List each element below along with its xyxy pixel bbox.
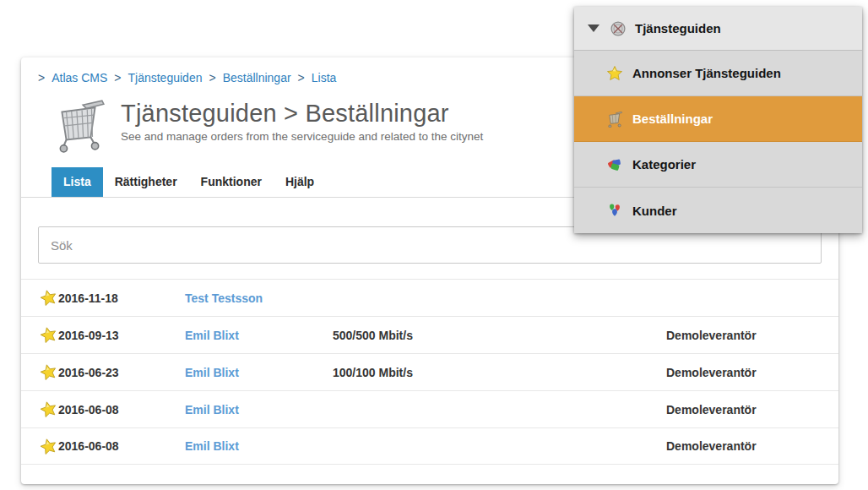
customer-link[interactable]: Test Testsson — [185, 291, 263, 305]
nav-item-annonser-tjansteguiden[interactable]: Annonser Tjänsteguiden — [574, 51, 862, 96]
page-title: Tjänsteguiden > Beställningar — [121, 100, 483, 128]
shopping-cart-icon — [52, 95, 107, 155]
customer-link[interactable]: Emil Blixt — [185, 439, 239, 453]
order-provider: Demoleverantör — [666, 366, 838, 379]
chevron-down-icon[interactable] — [588, 24, 599, 32]
order-provider: Demoleverantör — [666, 403, 838, 416]
order-speed: 100/100 Mbit/s — [333, 366, 666, 379]
nav-item-bestallningar[interactable]: Beställningar — [574, 96, 862, 142]
nav-item-kategorier[interactable]: Kategorier — [574, 142, 862, 188]
favorite-star-icon[interactable] — [21, 326, 58, 344]
cart-icon — [606, 111, 623, 128]
order-speed: 500/500 Mbit/s — [333, 329, 666, 342]
star-icon — [606, 65, 623, 82]
breadcrumb-link-bestallningar[interactable]: Beställningar — [223, 71, 291, 84]
breadcrumb-link-atlas-cms[interactable]: Atlas CMS — [52, 71, 107, 84]
customer-link[interactable]: Emil Blixt — [185, 366, 239, 379]
page-subtitle: See and manage orders from the servicegu… — [121, 130, 483, 143]
nav-item-label: Beställningar — [632, 112, 713, 126]
nav-item-label: Annonser Tjänsteguiden — [632, 66, 781, 80]
nav-dropdown-header[interactable]: Tjänsteguiden — [574, 7, 862, 51]
nav-item-kunder[interactable]: Kunder — [574, 188, 862, 233]
page: > Atlas CMS > Tjänsteguiden > Beställnin… — [0, 0, 868, 490]
favorite-star-icon[interactable] — [21, 438, 58, 455]
table-row[interactable]: 2016-09-13 Emil Blixt 500/500 Mbit/s Dem… — [21, 316, 838, 353]
customer-link[interactable]: Emil Blixt — [185, 403, 239, 416]
tab-lista[interactable]: Lista — [52, 167, 103, 197]
page-titles: Tjänsteguiden > Beställningar See and ma… — [121, 95, 483, 143]
table-row[interactable]: 2016-11-18 Test Testsson — [21, 279, 838, 316]
breadcrumb-separator: > — [209, 71, 215, 84]
pins-icon — [606, 202, 623, 219]
table-row[interactable]: 2016-06-23 Emil Blixt 100/100 Mbit/s Dem… — [21, 353, 838, 390]
order-date: 2016-06-23 — [58, 366, 185, 379]
nav-section-label: Tjänsteguiden — [635, 21, 721, 35]
tab-hjalp[interactable]: Hjälp — [274, 167, 326, 197]
order-date: 2016-06-08 — [58, 403, 185, 416]
tab-funktioner[interactable]: Funktioner — [189, 167, 274, 197]
breadcrumb-link-lista[interactable]: Lista — [312, 71, 337, 84]
order-date: 2016-09-13 — [58, 329, 185, 342]
breadcrumb-leading-chevron: > — [38, 71, 45, 84]
table-row[interactable]: 2016-06-08 Emil Blixt Demoleverantör — [21, 427, 838, 465]
order-provider: Demoleverantör — [666, 329, 838, 342]
order-provider: Demoleverantör — [666, 439, 838, 453]
tab-rattigheter[interactable]: Rättigheter — [103, 167, 189, 197]
breadcrumb-separator: > — [298, 71, 305, 84]
table-row[interactable]: 2016-06-08 Emil Blixt Demoleverantör — [21, 390, 838, 427]
nav-item-label: Kategorier — [632, 157, 696, 172]
globe-icon — [610, 20, 627, 37]
favorite-star-icon[interactable] — [21, 400, 58, 418]
nav-item-label: Kunder — [632, 204, 677, 218]
tags-icon — [606, 156, 623, 173]
favorite-star-icon[interactable] — [21, 289, 58, 307]
order-date: 2016-06-08 — [58, 439, 185, 453]
customer-link[interactable]: Emil Blixt — [185, 329, 239, 342]
breadcrumb-separator: > — [114, 71, 121, 84]
orders-list: 2016-11-18 Test Testsson 2016-09-13 Emil… — [21, 279, 838, 465]
order-date: 2016-11-18 — [58, 291, 185, 305]
nav-dropdown: Tjänsteguiden Annonser Tjänsteguiden Bes… — [574, 7, 862, 233]
favorite-star-icon[interactable] — [21, 363, 58, 381]
breadcrumb-link-tjansteguiden[interactable]: Tjänsteguiden — [128, 71, 203, 84]
